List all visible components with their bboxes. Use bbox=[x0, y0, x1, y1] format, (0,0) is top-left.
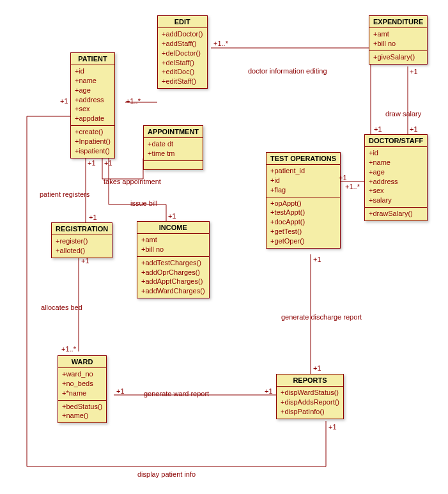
op: +addApptCharges() bbox=[141, 277, 205, 286]
op: +addTestCharges() bbox=[141, 258, 205, 268]
op: +testAppt() bbox=[270, 208, 336, 217]
op: +name() bbox=[62, 411, 102, 421]
mult: +1..* bbox=[126, 97, 141, 105]
class-title: EXPENDITURE bbox=[369, 16, 427, 28]
class-appointment: APPOINTMENT +date dt +time tm bbox=[143, 125, 203, 170]
op: +opAppt() bbox=[270, 199, 336, 208]
op: +addOprCharges() bbox=[141, 268, 205, 277]
mult: +1 bbox=[410, 125, 418, 133]
op: +editDoc() bbox=[162, 67, 203, 77]
attr: +name bbox=[75, 76, 111, 86]
class-ward: WARD +ward_no +no_beds +*name +bedStatus… bbox=[58, 355, 107, 423]
assoc-doc-info-editing: doctor information editing bbox=[248, 67, 327, 75]
mult: +1 bbox=[168, 212, 176, 220]
op: +ispatient() bbox=[75, 146, 111, 156]
mult: +1 bbox=[88, 159, 96, 167]
class-title: WARD bbox=[58, 356, 106, 368]
op: +docAppt() bbox=[270, 217, 336, 227]
attr: +flag bbox=[270, 185, 336, 195]
attr: +age bbox=[369, 167, 423, 177]
class-income: INCOME +amt +bill no +addTestCharges() +… bbox=[137, 221, 210, 298]
attr: +time tm bbox=[148, 149, 199, 158]
assoc-draw-salary: draw salary bbox=[385, 110, 421, 118]
mult: +1 bbox=[313, 256, 321, 263]
mult: +1 bbox=[410, 68, 418, 75]
attr: +salary bbox=[369, 196, 423, 205]
class-reports: REPORTS +dispWardStatus() +dispAddsRepor… bbox=[276, 374, 344, 419]
mult: +1..* bbox=[213, 40, 228, 47]
op: +dispPatInfo() bbox=[281, 407, 339, 417]
op: +getOper() bbox=[270, 236, 336, 246]
class-testops: TEST OPERATIONS +patient_id +id +flag +o… bbox=[266, 152, 341, 249]
attr: +sex bbox=[369, 186, 423, 196]
assoc-display-patient-info: display patient info bbox=[137, 470, 196, 478]
attr: +amt bbox=[373, 29, 423, 39]
attr: +ward_no bbox=[62, 369, 102, 379]
op: +addStaff() bbox=[162, 39, 203, 49]
attr: +id bbox=[75, 66, 111, 76]
mult: +1 bbox=[116, 387, 125, 395]
op: +getTest() bbox=[270, 227, 336, 236]
attr: +bill no bbox=[141, 245, 205, 254]
class-title: REPORTS bbox=[277, 374, 343, 387]
mult: +1 bbox=[81, 257, 89, 265]
op: +delStaff() bbox=[162, 58, 203, 68]
attr: +bill no bbox=[373, 39, 423, 49]
class-title: REGISTRATION bbox=[52, 223, 112, 235]
class-title: DOCTOR/STAFF bbox=[365, 135, 427, 147]
attr: +patient_id bbox=[270, 166, 336, 176]
op: +addWardCharges() bbox=[141, 286, 205, 296]
class-patient: PATIENT +id +name +age +address +sex +ap… bbox=[70, 52, 115, 158]
mult: +1 bbox=[313, 364, 321, 372]
mult: +1 bbox=[60, 97, 68, 105]
assoc-patient-registers: patient registers bbox=[40, 190, 89, 198]
class-title: APPOINTMENT bbox=[144, 126, 203, 138]
mult: +1 bbox=[104, 159, 112, 167]
class-registration: REGISTRATION +register() +alloted() bbox=[51, 222, 112, 258]
attr: +date dt bbox=[148, 139, 199, 149]
mult: +1 bbox=[339, 174, 347, 181]
attr: +address bbox=[369, 177, 423, 187]
attr: +appdate bbox=[75, 114, 111, 123]
op: +bedStatus() bbox=[62, 402, 102, 412]
attr: +address bbox=[75, 95, 111, 105]
mult: +1..* bbox=[345, 183, 360, 190]
mult: +1 bbox=[265, 387, 273, 395]
class-title: INCOME bbox=[137, 222, 209, 234]
op: +Inpatient() bbox=[75, 137, 111, 146]
class-title: TEST OPERATIONS bbox=[266, 153, 340, 165]
assoc-generate-discharge: generate discharge report bbox=[281, 313, 362, 321]
op: +addDoctor() bbox=[162, 29, 203, 39]
attr: +id bbox=[369, 148, 423, 158]
op: +delDoctor() bbox=[162, 49, 203, 58]
attr: +*name bbox=[62, 389, 102, 398]
mult: +1 bbox=[328, 423, 337, 431]
assoc-generate-ward-report: generate ward report bbox=[144, 390, 209, 398]
op: +alloted() bbox=[56, 246, 108, 256]
class-title: PATIENT bbox=[71, 53, 114, 65]
op: +giveSalary() bbox=[373, 52, 423, 62]
class-doctorstaff: DOCTOR/STAFF +id +name +age +address +se… bbox=[364, 134, 428, 221]
attr: +name bbox=[369, 158, 423, 167]
attr: +sex bbox=[75, 104, 111, 114]
class-expenditure: EXPENDITURE +amt +bill no +giveSalary() bbox=[369, 15, 428, 65]
mult: +1 bbox=[89, 213, 97, 221]
op: +register() bbox=[56, 236, 108, 246]
op: +dispAddsReport() bbox=[281, 398, 339, 407]
assoc-allocates-bed: allocates bed bbox=[41, 304, 82, 311]
op: +drawSalary() bbox=[369, 209, 423, 219]
op: +create() bbox=[75, 127, 111, 137]
mult: +1 bbox=[374, 125, 382, 133]
op: +dispWardStatus() bbox=[281, 388, 339, 398]
class-edit: EDIT +addDoctor() +addStaff() +delDoctor… bbox=[157, 15, 208, 89]
attr: +age bbox=[75, 86, 111, 95]
attr: +id bbox=[270, 176, 336, 185]
assoc-issue-bill: issue bill bbox=[130, 199, 157, 207]
attr: +no_beds bbox=[62, 379, 102, 389]
mult: +1..* bbox=[61, 345, 76, 353]
attr: +amt bbox=[141, 235, 205, 245]
op: +editStaff() bbox=[162, 77, 203, 86]
assoc-takes-appointment: takes appointment bbox=[104, 178, 161, 185]
class-title: EDIT bbox=[158, 16, 207, 28]
